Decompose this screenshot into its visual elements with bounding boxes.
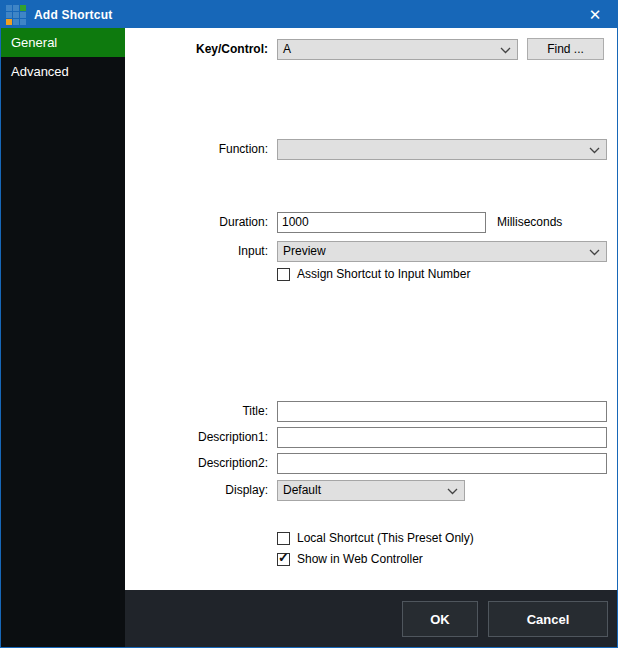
input-label: Input: bbox=[125, 244, 273, 258]
display-value: Default bbox=[283, 483, 321, 497]
app-icon-square bbox=[13, 12, 19, 18]
duration-unit-label: Milliseconds bbox=[497, 215, 562, 229]
function-label: Function: bbox=[125, 142, 273, 156]
chevron-down-icon bbox=[589, 249, 600, 256]
input-value: Preview bbox=[283, 244, 326, 258]
function-row: Function: bbox=[125, 138, 607, 160]
key-control-row: Key/Control: A Find ... bbox=[125, 38, 604, 60]
title-input[interactable] bbox=[277, 401, 607, 422]
checkmark-icon: ✓ bbox=[278, 550, 289, 565]
ok-button[interactable]: OK bbox=[402, 601, 478, 637]
duration-label: Duration: bbox=[125, 215, 273, 229]
cancel-button[interactable]: Cancel bbox=[488, 601, 608, 637]
duration-input[interactable] bbox=[277, 212, 486, 233]
sidebar-item-general[interactable]: General bbox=[1, 28, 125, 57]
description1-label: Description1: bbox=[125, 430, 273, 444]
content-column: Key/Control: A Find ... Function: bbox=[125, 28, 617, 647]
local-shortcut-checkbox[interactable] bbox=[277, 532, 290, 545]
app-icon-square bbox=[13, 19, 19, 25]
web-controller-checkbox-label: Show in Web Controller bbox=[297, 552, 423, 566]
app-icon-square bbox=[6, 19, 12, 25]
chevron-down-icon bbox=[447, 488, 458, 495]
app-icon-square bbox=[6, 5, 12, 11]
key-control-label: Key/Control: bbox=[125, 42, 273, 56]
find-button[interactable]: Find ... bbox=[527, 38, 604, 60]
window-title: Add Shortcut bbox=[34, 8, 112, 22]
description1-input[interactable] bbox=[277, 427, 607, 448]
sidebar-item-label: Advanced bbox=[11, 64, 69, 79]
dialog-body: General Advanced Key/Control: A bbox=[1, 28, 617, 647]
dialog-footer: OK Cancel bbox=[125, 590, 617, 647]
key-control-dropdown[interactable]: A bbox=[277, 39, 518, 60]
sidebar: General Advanced bbox=[1, 28, 125, 647]
title-label: Title: bbox=[125, 404, 273, 418]
assign-shortcut-checkbox-label: Assign Shortcut to Input Number bbox=[297, 267, 470, 281]
sidebar-item-advanced[interactable]: Advanced bbox=[1, 57, 125, 86]
description1-row: Description1: bbox=[125, 426, 607, 448]
sidebar-item-label: General bbox=[11, 35, 57, 50]
title-bar: Add Shortcut ✕ bbox=[1, 1, 617, 28]
description2-input[interactable] bbox=[277, 453, 607, 474]
input-dropdown[interactable]: Preview bbox=[277, 241, 607, 262]
display-row: Display: Default bbox=[125, 479, 465, 501]
assign-shortcut-checkbox[interactable] bbox=[277, 268, 290, 281]
close-icon: ✕ bbox=[589, 6, 602, 24]
key-control-value: A bbox=[283, 42, 291, 56]
description2-label: Description2: bbox=[125, 456, 273, 470]
close-button[interactable]: ✕ bbox=[573, 1, 617, 28]
chevron-down-icon bbox=[500, 47, 511, 54]
app-icon-square bbox=[6, 12, 12, 18]
duration-row: Duration: Milliseconds bbox=[125, 211, 562, 233]
function-dropdown[interactable] bbox=[277, 139, 607, 160]
input-row: Input: Preview bbox=[125, 240, 607, 262]
web-controller-checkbox-row: ✓ Show in Web Controller bbox=[277, 552, 423, 566]
app-icon-square bbox=[20, 12, 26, 18]
app-icon-square bbox=[20, 5, 26, 11]
chevron-down-icon bbox=[589, 147, 600, 154]
add-shortcut-dialog: Add Shortcut ✕ General Advanced Key/Cont… bbox=[0, 0, 618, 648]
display-dropdown[interactable]: Default bbox=[277, 480, 465, 501]
app-icon-square bbox=[20, 19, 26, 25]
assign-shortcut-checkbox-row: Assign Shortcut to Input Number bbox=[277, 267, 470, 281]
display-label: Display: bbox=[125, 483, 273, 497]
app-icon-square bbox=[13, 5, 19, 11]
app-icon bbox=[6, 5, 26, 25]
local-shortcut-checkbox-label: Local Shortcut (This Preset Only) bbox=[297, 531, 474, 545]
general-tab-panel: Key/Control: A Find ... Function: bbox=[125, 28, 617, 590]
web-controller-checkbox[interactable]: ✓ bbox=[277, 553, 290, 566]
local-shortcut-checkbox-row: Local Shortcut (This Preset Only) bbox=[277, 531, 474, 545]
title-row: Title: bbox=[125, 400, 607, 422]
description2-row: Description2: bbox=[125, 452, 607, 474]
